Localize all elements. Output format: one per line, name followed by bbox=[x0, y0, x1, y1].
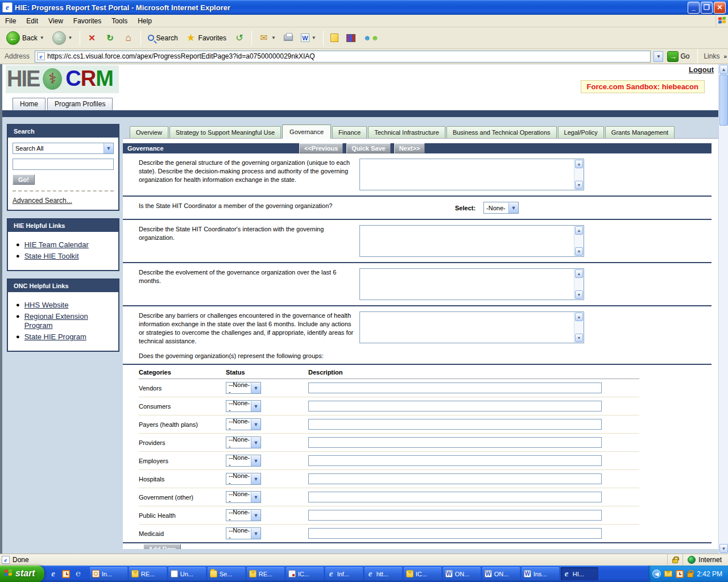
textarea-scrollbar[interactable]: ▲▼ bbox=[574, 269, 584, 300]
tray-expand-icon[interactable]: ◀ bbox=[652, 569, 661, 578]
scroll-thumb[interactable] bbox=[719, 74, 728, 126]
scroll-up-icon[interactable]: ▲ bbox=[575, 313, 583, 321]
search-go-button[interactable]: Go! bbox=[13, 174, 35, 185]
task-button[interactable]: eHI... bbox=[561, 567, 598, 580]
task-button[interactable]: Se... bbox=[208, 567, 245, 580]
tab-grants-management[interactable]: Grants Management bbox=[605, 126, 675, 138]
sidebar-link[interactable]: HIE Team Calendar bbox=[24, 240, 89, 250]
task-button[interactable]: IC... bbox=[404, 567, 441, 580]
search-button[interactable]: Search bbox=[145, 33, 181, 43]
advanced-search-link[interactable]: Advanced Search... bbox=[13, 197, 72, 205]
sidebar-link[interactable]: State HIE Program bbox=[24, 332, 86, 342]
next-button[interactable]: Next>> bbox=[394, 143, 425, 153]
links-chevron-icon[interactable]: » bbox=[723, 53, 726, 60]
menu-help[interactable]: Help bbox=[133, 15, 157, 27]
menu-view[interactable]: View bbox=[43, 15, 68, 27]
description-input[interactable] bbox=[308, 401, 602, 411]
description-input[interactable] bbox=[308, 473, 602, 484]
tab-overview[interactable]: Overview bbox=[130, 126, 168, 138]
forward-button[interactable]: → ▼ bbox=[49, 30, 76, 46]
description-input[interactable] bbox=[308, 437, 602, 448]
research-button[interactable] bbox=[344, 33, 358, 43]
status-select[interactable]: --None--▼ bbox=[226, 527, 261, 539]
scroll-down-icon[interactable]: ▼ bbox=[575, 290, 583, 299]
restore-button[interactable]: ❐ bbox=[701, 2, 713, 14]
stop-button[interactable]: ✕ bbox=[84, 32, 100, 44]
logout-link[interactable]: Logout bbox=[689, 65, 714, 74]
quicklaunch-outlook-icon[interactable]: ℮ bbox=[74, 569, 83, 579]
tab-finance[interactable]: Finance bbox=[332, 126, 367, 138]
textarea-scrollbar[interactable]: ▲▼ bbox=[574, 226, 584, 256]
answer-textarea[interactable]: ▲▼ bbox=[359, 311, 584, 343]
textarea-scrollbar[interactable]: ▲▼ bbox=[574, 312, 584, 343]
scroll-up-icon[interactable]: ▲ bbox=[719, 65, 728, 74]
tab-technical-infrastructure[interactable]: Technical Infrastructure bbox=[368, 126, 445, 138]
address-dropdown-icon[interactable]: ▼ bbox=[653, 51, 663, 62]
description-input[interactable] bbox=[308, 528, 602, 539]
back-dropdown-icon[interactable]: ▼ bbox=[40, 35, 44, 40]
task-button[interactable]: RE... bbox=[247, 567, 284, 580]
sidebar-link[interactable]: State HIE Toolkit bbox=[24, 252, 79, 261]
status-select[interactable]: --None--▼ bbox=[226, 382, 261, 394]
scroll-down-icon[interactable]: ▼ bbox=[575, 181, 583, 189]
previous-button[interactable]: <<Previous bbox=[299, 143, 343, 153]
quicklaunch-journal-icon[interactable] bbox=[61, 569, 71, 579]
tray-journal-icon[interactable] bbox=[676, 570, 684, 578]
print-button[interactable] bbox=[281, 34, 296, 42]
answer-textarea[interactable]: ▲▼ bbox=[359, 225, 584, 257]
task-button[interactable]: WIns... bbox=[522, 567, 559, 580]
status-select[interactable]: --None--▼ bbox=[226, 491, 261, 503]
quicklaunch-ie-icon[interactable]: e bbox=[49, 569, 58, 579]
messenger-button[interactable]: ☻☻ bbox=[361, 32, 382, 43]
home-button[interactable]: ⌂ bbox=[121, 32, 136, 44]
quick-save-button[interactable]: Quick Save bbox=[346, 143, 390, 153]
word-dropdown-icon[interactable]: ▼ bbox=[312, 35, 316, 40]
search-input[interactable] bbox=[13, 159, 114, 170]
status-select[interactable]: --None--▼ bbox=[226, 400, 261, 412]
favorites-button[interactable]: ★ Favorites bbox=[183, 32, 229, 44]
edit-word-button[interactable]: W▼ bbox=[298, 32, 319, 43]
nav-tab-program-profiles[interactable]: Program Profiles bbox=[47, 98, 113, 110]
mail-dropdown-icon[interactable]: ▼ bbox=[271, 35, 276, 40]
menu-edit[interactable]: Edit bbox=[21, 15, 43, 27]
task-button[interactable]: Un... bbox=[168, 567, 206, 580]
scroll-up-icon[interactable]: ▲ bbox=[575, 160, 583, 168]
history-button[interactable]: ↺ bbox=[231, 32, 247, 44]
tab-strategy-to-support-meaningful-use[interactable]: Strategy to Support Meaningful Use bbox=[169, 126, 281, 138]
task-button[interactable]: ehtt... bbox=[365, 567, 402, 580]
tab-governance[interactable]: Governance bbox=[282, 124, 331, 139]
sidebar-link[interactable]: HHS Website bbox=[24, 301, 69, 310]
sidebar-link[interactable]: Regional Extension Program bbox=[24, 312, 113, 331]
address-input[interactable]: e https://c.cs1.visual.force.com/apex/Pr… bbox=[35, 51, 651, 63]
go-button[interactable]: → Go bbox=[666, 51, 693, 63]
tray-mail-icon[interactable] bbox=[664, 571, 672, 577]
scroll-down-icon[interactable]: ▼ bbox=[719, 544, 728, 553]
task-button[interactable]: In... bbox=[90, 567, 127, 580]
task-button[interactable]: RE... bbox=[129, 567, 167, 580]
description-input[interactable] bbox=[308, 419, 602, 430]
description-input[interactable] bbox=[308, 492, 602, 502]
mail-button[interactable]: ✉▼ bbox=[256, 32, 279, 44]
task-button[interactable]: WON... bbox=[443, 567, 481, 580]
scroll-down-icon[interactable]: ▼ bbox=[575, 334, 583, 342]
scroll-up-icon[interactable]: ▲ bbox=[575, 269, 583, 278]
description-input[interactable] bbox=[308, 383, 602, 393]
menu-file[interactable]: File bbox=[0, 15, 21, 27]
task-button[interactable]: WON... bbox=[482, 567, 520, 580]
answer-textarea[interactable]: ▲▼ bbox=[359, 159, 584, 190]
answer-textarea[interactable]: ▲▼ bbox=[359, 268, 584, 300]
tab-business-and-technical-operations[interactable]: Business and Technical Operations bbox=[446, 126, 557, 138]
forward-dropdown-icon[interactable]: ▼ bbox=[68, 35, 73, 40]
scroll-up-icon[interactable]: ▲ bbox=[575, 226, 583, 235]
close-button[interactable]: ✕ bbox=[714, 2, 726, 14]
status-select[interactable]: --None--▼ bbox=[226, 509, 261, 521]
description-input[interactable] bbox=[308, 455, 602, 466]
start-button[interactable]: start bbox=[0, 566, 44, 582]
nav-tab-home[interactable]: Home bbox=[13, 98, 46, 110]
back-button[interactable]: ← Back ▼ bbox=[3, 30, 47, 46]
status-select[interactable]: --None--▼ bbox=[226, 473, 261, 485]
description-input[interactable] bbox=[308, 510, 602, 521]
menu-tools[interactable]: Tools bbox=[106, 15, 133, 27]
refresh-button[interactable]: ↻ bbox=[102, 32, 118, 44]
page-scrollbar[interactable]: ▲ ▼ bbox=[718, 64, 728, 554]
